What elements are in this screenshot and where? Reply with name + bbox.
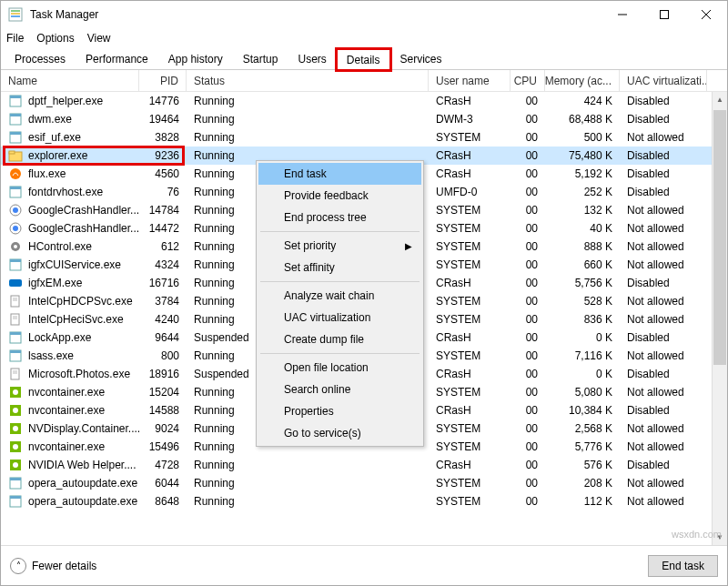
- col-cpu[interactable]: CPU: [511, 70, 545, 91]
- col-uac[interactable]: UAC virtualizati...: [620, 70, 707, 91]
- menu-item-go-to-service-s-[interactable]: Go to service(s): [258, 422, 421, 444]
- process-pid: 14588: [139, 404, 187, 417]
- menu-item-uac-virtualization[interactable]: UAC virtualization: [258, 307, 421, 328]
- vertical-scrollbar[interactable]: ▲ ▼: [712, 92, 727, 545]
- process-pid: 3828: [139, 131, 187, 144]
- chevron-up-icon: ˄: [10, 558, 26, 574]
- process-cpu: 00: [511, 258, 545, 271]
- menu-item-set-affinity[interactable]: Set affinity: [258, 257, 421, 278]
- process-pid: 9236: [139, 149, 187, 162]
- svg-rect-54: [10, 496, 21, 499]
- process-uac: Disabled: [620, 113, 707, 126]
- scroll-up-arrow-icon[interactable]: ▲: [713, 92, 727, 107]
- process-pid: 14472: [139, 222, 187, 235]
- process-list[interactable]: dptf_helper.exe14776RunningCRasH00424 KD…: [1, 92, 727, 545]
- menu-item-create-dump-file[interactable]: Create dump file: [258, 328, 421, 350]
- tab-app-history[interactable]: App history: [158, 48, 233, 69]
- svg-rect-37: [10, 350, 21, 353]
- process-user: SYSTEM: [429, 477, 511, 490]
- task-manager-window: Task Manager File Options View Processes…: [0, 0, 728, 586]
- process-name: GoogleCrashHandler...: [28, 222, 139, 235]
- fewer-details-button[interactable]: ˄ Fewer details: [10, 558, 96, 574]
- process-name: igfxEM.exe: [28, 277, 82, 289]
- process-cpu: 00: [511, 186, 545, 198]
- process-cpu: 00: [511, 368, 545, 380]
- process-uac: Disabled: [620, 167, 707, 180]
- process-uac: Disabled: [620, 331, 707, 344]
- tab-startup[interactable]: Startup: [233, 48, 288, 69]
- menu-item-set-priority[interactable]: Set priority▶: [258, 235, 421, 257]
- tab-details[interactable]: Details: [337, 49, 390, 70]
- process-icon: [8, 167, 23, 181]
- process-pid: 15204: [139, 386, 187, 399]
- minimize-button[interactable]: [602, 1, 643, 28]
- process-memory: 40 K: [545, 222, 620, 235]
- process-icon: [8, 130, 23, 145]
- process-cpu: 00: [511, 440, 545, 453]
- process-user: DWM-3: [429, 113, 511, 126]
- tab-users[interactable]: Users: [288, 48, 336, 69]
- tab-services[interactable]: Services: [390, 48, 452, 69]
- table-row[interactable]: esif_uf.exe3828RunningSYSTEM00500 KNot a…: [1, 128, 727, 146]
- process-uac: Not allowed: [620, 240, 707, 253]
- process-memory: 75,480 K: [545, 149, 620, 162]
- process-name: esif_uf.exe: [28, 131, 81, 144]
- process-icon: [8, 385, 23, 399]
- menu-item-analyze-wait-chain[interactable]: Analyze wait chain: [258, 285, 421, 307]
- table-row[interactable]: opera_autoupdate.exe8648RunningSYSTEM001…: [1, 492, 727, 510]
- table-row[interactable]: dwm.exe19464RunningDWM-30068,488 KDisabl…: [1, 110, 727, 128]
- process-cpu: 00: [511, 313, 545, 326]
- process-name: fontdrvhost.exe: [28, 186, 103, 198]
- tab-performance[interactable]: Performance: [76, 48, 158, 69]
- process-user: SYSTEM: [429, 131, 511, 144]
- menu-separator: [260, 281, 420, 282]
- col-name[interactable]: Name: [1, 70, 139, 91]
- svg-rect-3: [11, 15, 20, 17]
- process-memory: 208 K: [545, 477, 620, 490]
- maximize-button[interactable]: [643, 1, 685, 28]
- fewer-details-label: Fewer details: [32, 560, 96, 572]
- menu-item-end-process-tree[interactable]: End process tree: [258, 207, 421, 228]
- table-row[interactable]: dptf_helper.exe14776RunningCRasH00424 KD…: [1, 92, 727, 110]
- svg-rect-27: [9, 279, 22, 287]
- process-user: CRasH: [429, 149, 511, 162]
- process-cpu: 00: [511, 204, 545, 217]
- menu-view[interactable]: View: [87, 32, 111, 45]
- process-pid: 14776: [139, 95, 187, 107]
- process-uac: Disabled: [620, 95, 707, 107]
- menu-item-search-online[interactable]: Search online: [258, 379, 421, 400]
- col-status[interactable]: Status: [187, 70, 429, 91]
- close-button[interactable]: [685, 1, 727, 28]
- tab-processes[interactable]: Processes: [5, 48, 76, 69]
- col-pid[interactable]: PID: [139, 70, 187, 91]
- scroll-thumb[interactable]: [713, 110, 726, 365]
- menu-file[interactable]: File: [6, 32, 24, 45]
- process-memory: 2,568 K: [545, 422, 620, 435]
- process-name: lsass.exe: [28, 349, 74, 362]
- menu-item-properties[interactable]: Properties: [258, 400, 421, 422]
- window-title: Task Manager: [30, 8, 602, 21]
- process-cpu: 00: [511, 495, 545, 508]
- process-memory: 528 K: [545, 295, 620, 308]
- menu-separator: [260, 353, 420, 354]
- col-user[interactable]: User name: [429, 70, 511, 91]
- svg-rect-26: [10, 259, 21, 262]
- process-icon: [8, 458, 23, 472]
- menu-options[interactable]: Options: [36, 32, 74, 45]
- process-uac: Not allowed: [620, 204, 707, 217]
- table-row[interactable]: opera_autoupdate.exe6044RunningSYSTEM002…: [1, 474, 727, 492]
- process-cpu: 00: [511, 277, 545, 289]
- process-name: Microsoft.Photos.exe: [28, 368, 130, 380]
- process-cpu: 00: [511, 349, 545, 362]
- menu-item-open-file-location[interactable]: Open file location: [258, 357, 421, 379]
- process-memory: 132 K: [545, 204, 620, 217]
- menu-item-end-task[interactable]: End task: [258, 163, 421, 185]
- process-icon: [8, 185, 23, 199]
- menu-item-provide-feedback[interactable]: Provide feedback: [258, 185, 421, 207]
- col-mem[interactable]: Memory (ac...: [545, 70, 620, 91]
- end-task-button[interactable]: End task: [648, 555, 718, 577]
- process-icon: [8, 221, 23, 236]
- table-row[interactable]: NVIDIA Web Helper....4728RunningCRasH005…: [1, 456, 727, 474]
- process-icon: [8, 403, 23, 418]
- process-uac: Disabled: [620, 368, 707, 380]
